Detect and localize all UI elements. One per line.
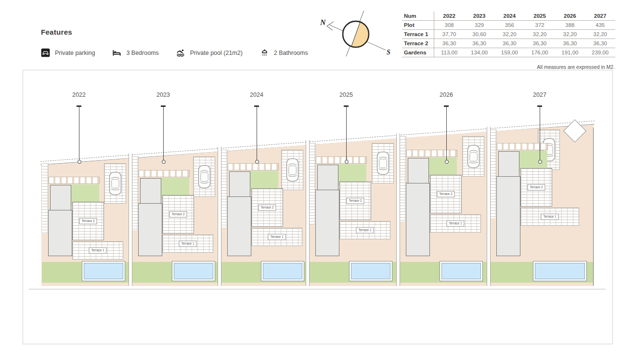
building-lower bbox=[138, 203, 162, 256]
features-items: Private parking3 BedroomsPrivate pool (2… bbox=[41, 48, 308, 57]
table-cell: 113,00 bbox=[434, 48, 465, 57]
table-row-label: Terrace 1 bbox=[402, 30, 434, 39]
terrace-2-area: Terrace 2 bbox=[520, 168, 552, 207]
pergola-slats bbox=[316, 156, 367, 164]
feature-label: Private parking bbox=[55, 50, 95, 56]
plot-leader-line bbox=[79, 106, 79, 161]
table-row-label: Gardens bbox=[402, 48, 434, 57]
plot-2022: Terrace 2Terrace 1 bbox=[41, 158, 129, 286]
boundary-wall-brick bbox=[309, 143, 316, 224]
terrace-1-area: Terrace 1 bbox=[520, 208, 579, 226]
plot-marker bbox=[255, 160, 259, 164]
parking-area bbox=[104, 163, 126, 204]
building-upper bbox=[229, 171, 250, 197]
terrace-1-area: Terrace 1 bbox=[339, 221, 390, 239]
terrace-2-area: Terrace 2 bbox=[430, 175, 462, 213]
table-cell: 32,20 bbox=[525, 30, 555, 39]
terrace-2-label: Terrace 2 bbox=[437, 191, 454, 197]
feature-label: 2 Bathrooms bbox=[274, 50, 308, 56]
bathroom-icon bbox=[260, 48, 269, 57]
feature-item: 3 Bedrooms bbox=[112, 48, 158, 57]
pergola-slats bbox=[49, 177, 100, 184]
table-cell: 191,00 bbox=[555, 48, 585, 57]
terrace-2-label: Terrace 2 bbox=[527, 184, 545, 191]
pool bbox=[263, 263, 302, 279]
features-title: Features bbox=[41, 28, 308, 36]
building-upper bbox=[408, 158, 429, 184]
table-header-num: Num bbox=[402, 12, 434, 21]
pool bbox=[351, 263, 390, 279]
table-row: Terrace 236,3036,3036,3036,3036,3036,30 bbox=[402, 39, 615, 48]
plot-2027: Terrace 2Terrace 1 bbox=[490, 125, 594, 286]
table-cell: 32,20 bbox=[555, 30, 585, 39]
pool bbox=[535, 263, 585, 279]
pool-icon bbox=[176, 48, 185, 57]
terrace-2-area: Terrace 2 bbox=[162, 195, 194, 234]
terrace-1-area: Terrace 1 bbox=[251, 228, 302, 246]
pool bbox=[174, 263, 213, 279]
table-header-year: 2024 bbox=[494, 12, 525, 21]
plot-marker bbox=[345, 160, 349, 164]
pool bbox=[84, 263, 123, 279]
table-row: Terrace 137,7030,6032,2032,2032,2032,20 bbox=[402, 30, 615, 39]
plot-bottom-line bbox=[29, 289, 606, 289]
parking-area bbox=[372, 143, 394, 183]
site-plan: Terrace 2Terrace 12022Terrace 2Terrace 1… bbox=[23, 70, 613, 344]
plot-label: 2022 bbox=[72, 91, 86, 98]
table-cell: 134,00 bbox=[464, 48, 494, 57]
feature-label: Private pool (21m2) bbox=[190, 50, 243, 56]
plot-leader-line bbox=[446, 106, 447, 161]
feature-item: 2 Bathrooms bbox=[260, 48, 308, 57]
car-icon bbox=[467, 144, 480, 169]
pergola-slats bbox=[228, 163, 279, 170]
pergola-slats bbox=[497, 143, 548, 150]
terrace-1-label: Terrace 1 bbox=[268, 234, 285, 240]
boundary-wall-brick bbox=[41, 163, 49, 234]
plot-leader-line bbox=[257, 106, 257, 161]
feature-item: Private pool (21m2) bbox=[176, 48, 243, 57]
table-cell: 36,30 bbox=[525, 39, 555, 48]
pergola-slats bbox=[139, 170, 190, 177]
table-header-year: 2023 bbox=[464, 12, 494, 21]
table-cell: 32,20 bbox=[494, 30, 525, 39]
plot-label: 2027 bbox=[533, 91, 546, 98]
table-header-year: 2022 bbox=[434, 12, 465, 21]
table-cell: 36,30 bbox=[464, 39, 494, 48]
table-cell: 388 bbox=[555, 21, 585, 30]
parking-area bbox=[281, 150, 303, 190]
separator-wall bbox=[396, 133, 400, 286]
terrace-1-label: Terrace 1 bbox=[356, 227, 374, 234]
table-cell: 30,60 bbox=[464, 30, 494, 39]
parking-icon bbox=[41, 48, 50, 57]
table-cell: 32,20 bbox=[585, 30, 615, 39]
separator-wall bbox=[487, 127, 491, 286]
terrace-2-label: Terrace 2 bbox=[258, 205, 276, 211]
pool-frame bbox=[440, 261, 483, 281]
compass-rose: N S bbox=[315, 7, 392, 59]
boundary-wall-brick bbox=[399, 136, 406, 221]
terrace-1-label: Terrace 1 bbox=[179, 241, 196, 247]
features-legend: Features Private parking3 BedroomsPrivat… bbox=[41, 28, 308, 57]
building-upper bbox=[317, 165, 338, 191]
boundary-wall-brick bbox=[490, 130, 497, 218]
terrace-1-area: Terrace 1 bbox=[430, 214, 481, 233]
pool bbox=[441, 263, 481, 279]
plot-2025: Terrace 2Terrace 1 bbox=[309, 138, 397, 286]
building-upper bbox=[140, 178, 161, 204]
plot-label: 2026 bbox=[440, 91, 453, 98]
pergola-slats bbox=[406, 150, 457, 157]
plot-label: 2023 bbox=[156, 91, 170, 98]
bed-icon bbox=[112, 48, 121, 57]
table-cell: 36,30 bbox=[585, 39, 615, 48]
pool-frame bbox=[82, 261, 125, 281]
table-cell: 329 bbox=[464, 21, 494, 30]
table-cell: 36,30 bbox=[555, 39, 585, 48]
plot-2023: Terrace 2Terrace 1 bbox=[131, 152, 218, 286]
terrace-2-label: Terrace 2 bbox=[346, 198, 364, 204]
car-icon bbox=[376, 151, 389, 175]
terrace-2-area: Terrace 2 bbox=[339, 182, 371, 220]
table-row-label: Terrace 2 bbox=[402, 39, 434, 48]
building-lower bbox=[406, 183, 430, 256]
page: Features Private parking3 BedroomsPrivat… bbox=[0, 0, 635, 364]
plot-marker bbox=[538, 160, 542, 164]
